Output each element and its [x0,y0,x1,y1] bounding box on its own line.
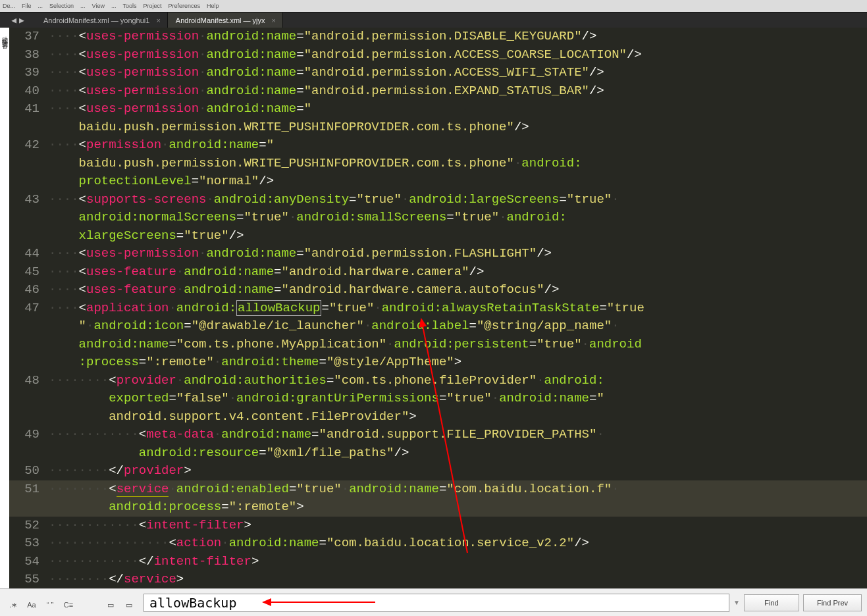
line-number: 52 [9,517,49,535]
code-line[interactable]: android:name="com.ts.phone.MyApplication… [9,336,867,354]
line-number: 38 [9,46,49,64]
find-option[interactable]: “ ” [42,597,58,613]
menu-item[interactable]: File [22,3,32,9]
line-number: 37 [9,28,49,46]
code-line[interactable]: 48········<provider·android:authorities=… [9,372,867,390]
find-option[interactable]: Aa [24,597,39,613]
code-line[interactable]: 43····<supports-screens·android:anyDensi… [9,191,867,209]
code-line[interactable]: 52············<intent-filter> [9,517,867,535]
line-number: 53 [9,534,49,553]
line-number: 54 [9,553,49,571]
close-icon[interactable]: × [272,16,276,24]
line-number: 39 [9,64,49,82]
editor-tab[interactable]: AndroidManifest.xml — yonghui1× [36,13,168,28]
find-input[interactable] [144,594,729,612]
menu-item[interactable]: ... [111,3,117,9]
menubar[interactable]: De...File...Selection...View...ToolsProj… [0,0,867,12]
code-line[interactable]: 55········</service> [9,571,867,588]
menu-item[interactable]: ... [80,3,86,9]
menu-item[interactable]: Selection [49,3,74,9]
code-line[interactable]: 53················<action·android:name="… [9,534,867,553]
code-line[interactable]: 40····<uses-permission·android:name="and… [9,82,867,101]
line-number: 51 [9,480,49,499]
line-number: 44 [9,245,49,263]
line-number: 55 [9,571,49,588]
line-number: 47 [9,299,49,318]
menu-item[interactable]: Help [207,3,219,9]
left-sidebar-sliver: 动 端 验 调 备 [0,28,9,588]
code-line[interactable]: 41····<uses-permission·android:name=" [9,100,867,118]
code-line[interactable]: 47····<application·android:allowBackup="… [9,299,867,318]
line-number: 43 [9,191,49,209]
code-line[interactable]: 50········</provider> [9,462,867,480]
code-line[interactable]: "·android:icon="@drawable/ic_launcher"·a… [9,317,867,336]
code-line[interactable]: 42····<permission·android:name=" [9,136,867,155]
code-line[interactable]: baidu.push.permission.WRITE_PUSHINFOPROV… [9,155,867,173]
line-number: 48 [9,372,49,390]
menu-item[interactable]: View [92,3,105,9]
code-line[interactable]: protectionLevel="normal"/> [9,172,867,191]
find-button[interactable]: Find [744,594,799,611]
code-line[interactable]: exported="false"·android:grantUriPermiss… [9,390,867,408]
menu-item[interactable]: Preferences [169,3,201,9]
code-line[interactable]: 46····<uses-feature·android:name="androi… [9,281,867,299]
line-number: 45 [9,263,49,282]
code-line[interactable]: 38····<uses-permission·android:name="and… [9,46,867,64]
tab-label: AndroidManifest.xml — yjyx [176,16,265,24]
code-line[interactable]: 37····<uses-permission·android:name="and… [9,28,867,46]
menu-item[interactable]: Project [143,3,161,9]
code-line[interactable]: :process=":remote"·android:theme="@style… [9,353,867,372]
line-number: 42 [9,136,49,155]
nav-buttons: ◀ ▶ [0,13,36,28]
close-icon[interactable]: × [156,16,160,24]
find-option[interactable] [84,592,100,607]
line-number: 50 [9,462,49,480]
line-number: 49 [9,426,49,444]
code-line[interactable]: 45····<uses-feature·android:name="androi… [9,263,867,282]
code-line[interactable]: android:process=":remote"> [9,498,867,517]
tab-bar: ◀ ▶ AndroidManifest.xml — yonghui1×Andro… [0,12,867,28]
code-line[interactable]: 44····<uses-permission·android:name="and… [9,245,867,263]
menu-item[interactable]: ... [38,3,43,9]
find-option[interactable]: ▭ [103,598,118,613]
line-number: 40 [9,82,49,101]
code-line[interactable]: 49············<meta-data·android:name="a… [9,426,867,444]
nav-forward-icon[interactable]: ▶ [19,15,24,26]
menu-item[interactable]: De... [3,3,15,9]
code-line[interactable]: android.support.v4.content.FileProvider"… [9,408,867,426]
find-option[interactable]: .∗ [5,598,21,613]
code-line[interactable]: 51········<service·android:enabled="true… [9,480,867,499]
code-line[interactable]: 54············</intent-filter> [9,553,867,571]
find-bar: .∗Aa“ ”C≡▭▭ ▼ Find Find Prev [0,588,867,616]
tab-label: AndroidManifest.xml — yonghui1 [43,16,149,24]
find-prev-button[interactable]: Find Prev [803,594,862,611]
code-line[interactable]: android:resource="@xml/file_paths"/> [9,444,867,463]
code-line[interactable]: 39····<uses-permission·android:name="and… [9,64,867,82]
editor-tab[interactable]: AndroidManifest.xml — yjyx× [168,13,283,28]
nav-back-icon[interactable]: ◀ [11,15,16,26]
code-line[interactable]: android:normalScreens="true"·android:sma… [9,209,867,227]
editor-area[interactable]: 37····<uses-permission·android:name="and… [9,28,867,588]
line-number: 46 [9,281,49,299]
line-number: 41 [9,100,49,118]
find-option[interactable]: ▭ [121,598,137,613]
find-option[interactable]: C≡ [61,597,76,613]
code-line[interactable]: xlargeScreens="true"/> [9,227,867,245]
code-line[interactable]: baidu.push.permission.WRITE_PUSHINFOPROV… [9,118,867,137]
menu-item[interactable]: Tools [122,3,136,9]
